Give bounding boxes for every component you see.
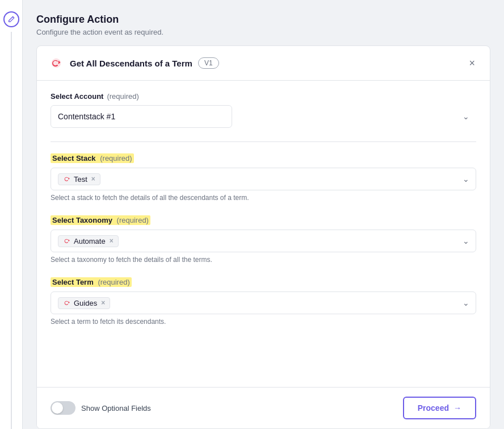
taxonomy-chevron-icon: ⌄ — [463, 236, 469, 245]
select-stack-wrapper: Test × ⌄ — [51, 168, 476, 190]
page-subtitle: Configure the action event as required. — [36, 28, 490, 36]
action-card: Get All Descendants of a Term V1 × Selec… — [36, 45, 490, 429]
cs-logo-icon — [50, 57, 62, 69]
term-tag-logo — [63, 299, 71, 307]
version-badge: V1 — [198, 57, 219, 69]
account-chevron-icon: ⌄ — [463, 112, 469, 121]
select-account-dropdown[interactable]: Contentstack #1 — [51, 105, 232, 128]
select-stack-group: Select Stack (required) Test — [51, 153, 476, 202]
stack-tag-remove[interactable]: × — [91, 175, 95, 183]
card-header: Get All Descendants of a Term V1 × — [37, 46, 490, 81]
term-tag-remove[interactable]: × — [101, 299, 105, 307]
select-term-wrapper: Guides × ⌄ — [51, 291, 476, 314]
stack-chevron-icon: ⌄ — [463, 174, 469, 184]
sidebar-step-icon[interactable] — [3, 11, 19, 27]
term-tag-container: Guides × — [58, 297, 110, 309]
stack-tag: Test × — [58, 173, 100, 185]
select-term-hint: Select a term to fetch its descendants. — [51, 318, 476, 326]
select-account-group: Select Account (required) Contentstack #… — [51, 92, 476, 128]
select-term-dropdown[interactable]: Guides × ⌄ — [51, 291, 476, 314]
select-taxonomy-hint: Select a taxonomy to fetch the details o… — [51, 256, 476, 264]
select-taxonomy-group: Select Taxonomy (required) Autom — [51, 215, 476, 264]
section-divider-1 — [51, 141, 476, 142]
edit-icon — [7, 15, 15, 23]
sidebar — [0, 0, 23, 429]
proceed-arrow-icon: → — [453, 403, 461, 413]
select-stack-hint: Select a stack to fetch the details of a… — [51, 194, 476, 202]
taxonomy-tag-container: Automate × — [58, 235, 119, 247]
select-account-wrapper: Contentstack #1 ⌄ — [51, 105, 476, 128]
close-button[interactable]: × — [465, 57, 478, 69]
select-taxonomy-dropdown[interactable]: Automate × ⌄ — [51, 230, 476, 252]
taxonomy-tag-logo — [63, 237, 71, 245]
main-content: Configure Action Configure the action ev… — [23, 0, 504, 429]
taxonomy-tag: Automate × — [58, 235, 119, 247]
sidebar-line — [11, 32, 12, 429]
card-body: Select Account (required) Contentstack #… — [37, 81, 490, 387]
optional-fields-toggle-group: Show Optional Fields — [51, 401, 151, 415]
optional-fields-toggle[interactable] — [51, 401, 75, 415]
proceed-button[interactable]: Proceed → — [403, 397, 476, 419]
select-term-group: Select Term (required) Guides — [51, 277, 476, 326]
card-title: Get All Descendants of a Term — [70, 59, 192, 68]
toggle-label: Show Optional Fields — [81, 404, 151, 413]
stack-tag-container: Test × — [58, 173, 100, 185]
taxonomy-tag-remove[interactable]: × — [110, 237, 114, 245]
proceed-label: Proceed — [418, 403, 449, 413]
select-taxonomy-label: Select Taxonomy (required) — [51, 215, 476, 225]
card-footer: Show Optional Fields Proceed → — [37, 387, 490, 428]
select-term-label: Select Term (required) — [51, 277, 476, 287]
select-taxonomy-wrapper: Automate × ⌄ — [51, 230, 476, 252]
select-stack-dropdown[interactable]: Test × ⌄ — [51, 168, 476, 190]
contentstack-logo — [48, 55, 64, 71]
card-header-left: Get All Descendants of a Term V1 — [48, 55, 219, 71]
select-stack-label: Select Stack (required) — [51, 153, 476, 163]
page-title: Configure Action — [36, 14, 490, 26]
select-account-label: Select Account (required) — [51, 92, 476, 101]
term-chevron-icon: ⌄ — [463, 298, 469, 307]
term-tag: Guides × — [58, 297, 110, 309]
toggle-knob — [52, 402, 63, 414]
stack-tag-logo — [63, 175, 71, 183]
select-account-value: Contentstack #1 — [58, 112, 115, 121]
